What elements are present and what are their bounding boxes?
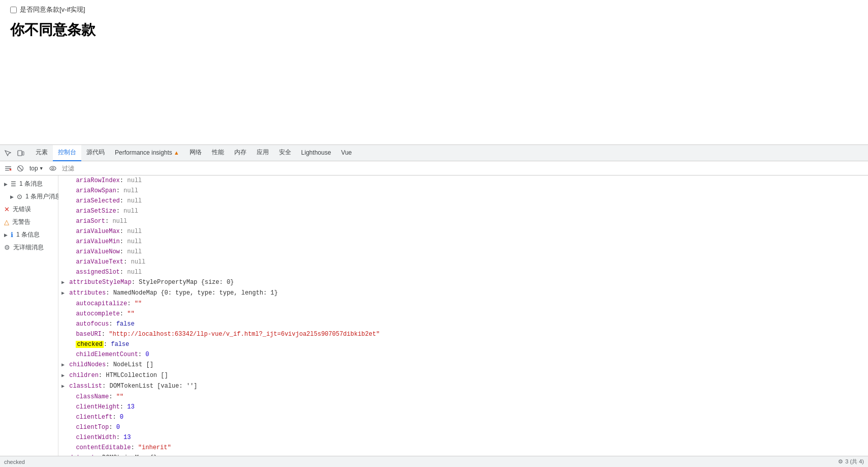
console-line: clientWidth: 13: [58, 432, 868, 443]
sidebar-item-user-messages[interactable]: ▶ ⊙ 1 条用户消息: [0, 190, 58, 203]
checkbox-label[interactable]: 是否同意条款[v-if实现]: [10, 5, 858, 14]
status-right: ⚙ 3 (共 4): [838, 458, 864, 465]
tab-lighthouse[interactable]: Lighthouse: [296, 145, 336, 161]
console-line: autocomplete: "": [58, 309, 868, 319]
svg-rect-3: [5, 168, 11, 168]
tab-console[interactable]: 控制台: [53, 145, 81, 161]
console-line[interactable]: ▶ classList: DOMTokenList [value: '']: [58, 381, 868, 392]
status-left: checked: [4, 459, 25, 465]
sidebar-item-warnings-label: 无警告: [12, 218, 30, 226]
console-line: ariaValueNow: null: [58, 247, 868, 257]
context-label: top: [29, 165, 38, 172]
user-msg-icon: ⊙: [17, 193, 22, 200]
console-line: ariaValueMin: null: [58, 237, 868, 247]
console-line: assignedSlot: null: [58, 267, 868, 277]
dropdown-arrow-icon: ▼: [39, 166, 44, 171]
eye-icon[interactable]: [48, 163, 58, 173]
console-line: autocapitalize: "": [58, 299, 868, 309]
sidebar-item-user-messages-label: 1 条用户消息: [25, 192, 61, 201]
sidebar-item-errors[interactable]: ✕ 无错误: [0, 203, 58, 216]
stop-icon[interactable]: [15, 163, 25, 173]
tab-performance[interactable]: 性能: [207, 145, 229, 161]
gear-icon: ⚙: [4, 244, 10, 251]
filter-input[interactable]: [60, 164, 865, 173]
sidebar-item-info[interactable]: ▶ ℹ 1 条信息: [0, 228, 58, 241]
console-line[interactable]: ▶ attributeStyleMap: StylePropertyMap {s…: [58, 277, 868, 288]
devtools-panel: 元素 控制台 源代码 Performance insights ▲ 网络 性能 …: [0, 145, 868, 467]
console-sidebar: ▶ ☰ 1 条消息 ▶ ⊙ 1 条用户消息 ✕ 无错误 △ 无警告 ▶ ℹ 1 …: [0, 176, 58, 456]
terms-checkbox[interactable]: [10, 7, 17, 13]
tab-vue[interactable]: Vue: [336, 145, 357, 161]
console-line: ariaValueText: null: [58, 257, 868, 267]
console-toolbar: top ▼: [0, 161, 868, 176]
expand-icon-info: ▶: [4, 232, 8, 238]
sidebar-item-verbose-label: 无详细消息: [13, 243, 44, 252]
device-icon[interactable]: [15, 148, 26, 159]
console-line: clientHeight: 13: [58, 402, 868, 412]
console-line-baseuri: baseURI: "http://localhost:63342/llp-vue…: [58, 329, 868, 339]
console-line: ariaSelected: null: [58, 196, 868, 206]
main-content: 是否同意条款[v-if实现] 你不同意条款: [0, 0, 868, 145]
status-count: 3 (共 4): [845, 458, 864, 465]
console-line: ariaSort: null: [58, 216, 868, 226]
console-line: className: "": [58, 392, 868, 402]
settings-icon[interactable]: ⚙: [838, 458, 843, 465]
clear-console-icon[interactable]: [3, 163, 13, 173]
tab-network[interactable]: 网络: [184, 145, 207, 161]
console-output[interactable]: ariaRowIndex: null ariaRowSpan: null ari…: [58, 176, 868, 456]
sidebar-item-messages-label: 1 条消息: [19, 180, 43, 188]
console-line: autofocus: false: [58, 319, 868, 329]
tab-sources[interactable]: 源代码: [81, 145, 110, 161]
svg-line-6: [18, 166, 22, 170]
sidebar-item-messages[interactable]: ▶ ☰ 1 条消息: [0, 178, 58, 190]
context-dropdown[interactable]: top ▼: [27, 164, 46, 173]
tab-performance-insights[interactable]: Performance insights ▲: [110, 145, 184, 161]
tab-application[interactable]: 应用: [252, 145, 274, 161]
list-icon: ☰: [11, 181, 16, 188]
console-line[interactable]: ▶ attributes: NamedNodeMap {0: type, typ…: [58, 288, 868, 299]
checkbox-label-text: 是否同意条款[v-if实现]: [20, 5, 85, 14]
devtools-tab-icons: [2, 148, 26, 159]
performance-insights-badge: ▲: [174, 150, 179, 156]
inspect-icon[interactable]: [2, 148, 13, 159]
svg-point-8: [52, 167, 54, 169]
console-line: ariaValueMax: null: [58, 226, 868, 237]
console-line: ariaRowSpan: null: [58, 186, 868, 196]
svg-rect-2: [5, 166, 11, 167]
console-line: clientLeft: 0: [58, 412, 868, 422]
info-icon: ℹ: [11, 231, 13, 239]
sidebar-item-verbose[interactable]: ⚙ 无详细消息: [0, 241, 58, 254]
error-icon: ✕: [4, 206, 10, 213]
expand-icon: ▶: [4, 182, 8, 187]
svg-rect-1: [22, 152, 24, 155]
devtools-body: ▶ ☰ 1 条消息 ▶ ⊙ 1 条用户消息 ✕ 无错误 △ 无警告 ▶ ℹ 1 …: [0, 176, 868, 456]
expand-icon-user: ▶: [10, 194, 14, 199]
console-line: childElementCount: 0: [58, 349, 868, 360]
tab-memory[interactable]: 内存: [229, 145, 252, 161]
console-line: clientTop: 0: [58, 422, 868, 432]
svg-rect-4: [5, 170, 9, 170]
console-line-checked: checked: false: [58, 339, 868, 349]
sidebar-item-errors-label: 无错误: [13, 205, 31, 214]
sidebar-item-info-label: 1 条信息: [16, 230, 40, 239]
sidebar-item-warnings[interactable]: △ 无警告: [0, 216, 58, 228]
main-heading: 你不同意条款: [10, 20, 858, 40]
tab-security[interactable]: 安全: [274, 145, 296, 161]
svg-rect-0: [18, 151, 22, 156]
tab-elements[interactable]: 元素: [30, 145, 53, 161]
console-line: ariaRowIndex: null: [58, 176, 868, 186]
console-line: contentEditable: "inherit": [58, 443, 868, 453]
warning-icon: △: [4, 218, 9, 226]
console-line[interactable]: ▶ childNodes: NodeList []: [58, 360, 868, 370]
svg-point-7: [50, 166, 56, 170]
console-line[interactable]: ▶ children: HTMLCollection []: [58, 370, 868, 381]
devtools-tabs-bar: 元素 控制台 源代码 Performance insights ▲ 网络 性能 …: [0, 145, 868, 161]
console-line: ariaSetSize: null: [58, 206, 868, 216]
status-bar: checked ⚙ 3 (共 4): [0, 456, 868, 467]
